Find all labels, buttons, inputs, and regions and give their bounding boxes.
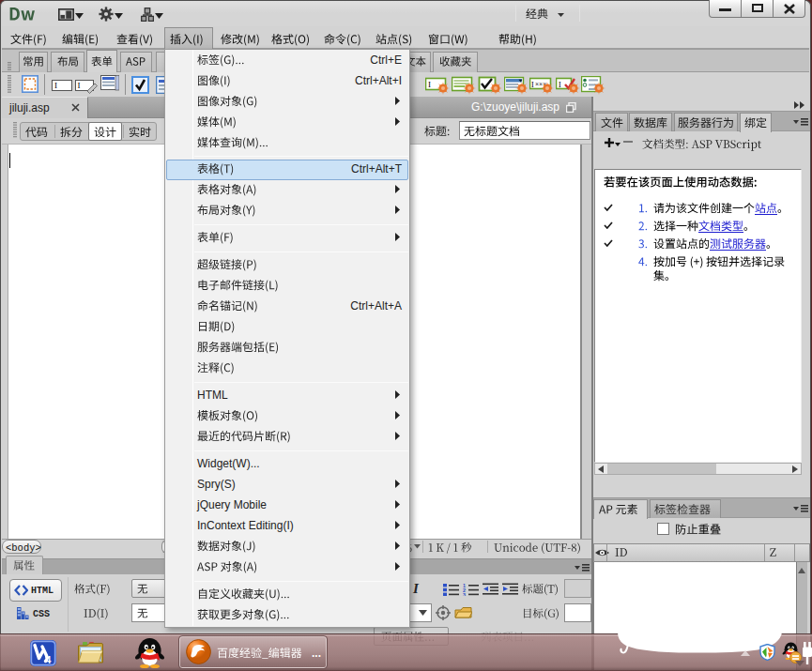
svg-text:4: 4 (46, 654, 52, 665)
svg-text:3: 3 (463, 592, 466, 597)
svg-text:I: I (559, 81, 561, 89)
svg-text:I: I (428, 80, 431, 89)
svg-text:I: I (531, 81, 534, 89)
